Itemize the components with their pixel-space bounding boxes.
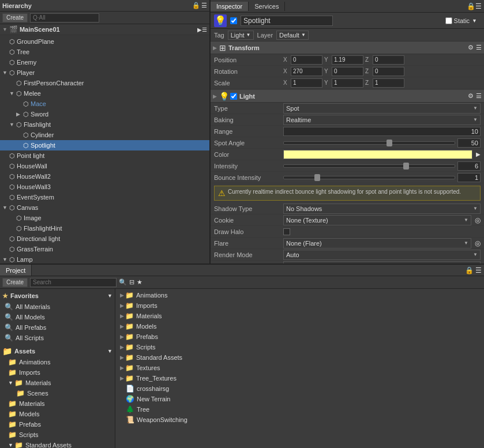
- hierarchy-item-9[interactable]: ⬡Cylinder: [0, 130, 209, 140]
- cookie-dropdown[interactable]: None (Texture) ▼: [283, 215, 471, 225]
- hierarchy-item-8[interactable]: ▼⬡Flashlight: [0, 119, 209, 130]
- spot-angle-track[interactable]: [283, 141, 455, 145]
- hierarchy-create-button[interactable]: Create: [2, 13, 28, 22]
- project-menu-icon[interactable]: ☰: [475, 266, 482, 274]
- draw-halo-checkbox[interactable]: [283, 228, 290, 235]
- rotation-y-input[interactable]: [332, 67, 363, 76]
- scale-z-input[interactable]: [373, 78, 404, 88]
- asset-right-item-11[interactable]: 🌲Tree: [115, 404, 484, 415]
- transform-section-header[interactable]: ▶ ⊞ Transform ⚙ ☰: [211, 42, 484, 54]
- asset-right-item-0[interactable]: ▶📁Animations: [115, 290, 484, 300]
- static-checkbox[interactable]: [445, 17, 452, 24]
- transform-overflow-icon[interactable]: ☰: [476, 44, 482, 51]
- flare-dropdown[interactable]: None (Flare) ▼: [283, 238, 471, 249]
- transform-menu-icon[interactable]: ⚙: [468, 44, 474, 51]
- hierarchy-search-input[interactable]: [30, 13, 99, 22]
- hierarchy-item-12[interactable]: ⬡HouseWall: [0, 161, 209, 171]
- static-dropdown-arrow[interactable]: ▼: [472, 18, 477, 24]
- hierarchy-item-17[interactable]: ⬡Image: [0, 213, 209, 223]
- hierarchy-item-0[interactable]: ⬡GroundPlane: [0, 36, 209, 47]
- assets-scripts-left[interactable]: 📁 Scripts: [0, 430, 115, 440]
- assets-imports-left[interactable]: 📁 Imports: [0, 367, 115, 378]
- spot-angle-thumb[interactable]: [387, 140, 392, 146]
- scale-y-input[interactable]: [332, 78, 363, 88]
- position-z-input[interactable]: [373, 55, 404, 65]
- shadow-type-dropdown[interactable]: No Shadows ▼: [283, 204, 481, 214]
- project-search-input[interactable]: [30, 278, 117, 287]
- hierarchy-item-11[interactable]: ⬡Point light: [0, 150, 209, 161]
- asset-right-item-12[interactable]: 📜WeaponSwitching: [115, 415, 484, 425]
- project-lock-icon[interactable]: 🔒: [465, 266, 474, 274]
- bounce-thumb[interactable]: [314, 174, 320, 181]
- fav-all-scripts[interactable]: 🔍 All Scripts: [0, 333, 115, 343]
- hierarchy-item-1[interactable]: ⬡Tree: [0, 47, 209, 57]
- asset-right-item-1[interactable]: ▶📁Imports: [115, 300, 484, 311]
- hierarchy-item-3[interactable]: ▼⬡Player: [0, 67, 209, 78]
- hierarchy-item-15[interactable]: ⬡EventSystem: [0, 192, 209, 202]
- object-enabled-checkbox[interactable]: [230, 17, 237, 24]
- asset-right-item-8[interactable]: ▶📁Tree_Textures: [115, 373, 484, 383]
- light-type-dropdown[interactable]: Spot ▼: [283, 103, 481, 114]
- color-picker-expand[interactable]: ▶: [476, 151, 481, 157]
- hierarchy-item-4[interactable]: ⬡FirstPersonCharacter: [0, 78, 209, 88]
- hierarchy-menu-icon[interactable]: ☰: [201, 2, 207, 9]
- assets-models-left[interactable]: 📁 Models: [0, 409, 115, 419]
- assets-materials2-left[interactable]: 📁 Materials: [0, 398, 115, 409]
- asset-right-item-3[interactable]: ▶📁Models: [115, 321, 484, 332]
- intensity-input[interactable]: [457, 161, 481, 171]
- asset-right-item-7[interactable]: ▶📁Textures: [115, 363, 484, 373]
- bounce-track[interactable]: [283, 176, 455, 179]
- rotation-x-input[interactable]: [291, 67, 322, 76]
- asset-right-item-10[interactable]: 🌍New Terrain: [115, 394, 484, 404]
- layer-dropdown[interactable]: Default ▼: [276, 31, 309, 40]
- light-overflow-icon[interactable]: ☰: [476, 92, 482, 100]
- render-mode-dropdown[interactable]: Auto ▼: [283, 250, 481, 260]
- scale-x-input[interactable]: [291, 78, 322, 88]
- tab-services[interactable]: Services: [249, 2, 285, 11]
- hierarchy-item-6[interactable]: ⬡Mace: [0, 99, 209, 109]
- flare-browse-icon[interactable]: ◎: [475, 239, 481, 247]
- hierarchy-item-10[interactable]: ⬡Spotlight: [0, 140, 209, 150]
- fav-all-prefabs[interactable]: 🔍 All Prefabs: [0, 322, 115, 333]
- cookie-browse-icon[interactable]: ◎: [475, 216, 481, 224]
- hierarchy-item-7[interactable]: ▶⬡Sword: [0, 109, 209, 119]
- scene-collapse-arrow[interactable]: ▼: [2, 27, 7, 32]
- assets-scenes-left[interactable]: 📁 Scenes: [0, 388, 115, 398]
- rotation-z-input[interactable]: [373, 67, 404, 76]
- hierarchy-item-2[interactable]: ⬡Enemy: [0, 57, 209, 67]
- project-create-button[interactable]: Create: [2, 278, 28, 287]
- light-enabled-checkbox[interactable]: [230, 93, 237, 100]
- asset-right-item-5[interactable]: ▶📁Scripts: [115, 342, 484, 352]
- inspector-menu-icon[interactable]: ☰: [475, 2, 482, 10]
- inspector-lock-icon[interactable]: 🔒: [467, 2, 475, 10]
- fav-all-materials[interactable]: 🔍 All Materials: [0, 302, 115, 312]
- asset-right-item-9[interactable]: 📄crosshairsg: [115, 383, 484, 394]
- hierarchy-item-14[interactable]: ⬡HouseWall3: [0, 182, 209, 192]
- hierarchy-lock-icon[interactable]: 🔒: [192, 2, 200, 9]
- object-name-input[interactable]: [241, 16, 333, 26]
- color-picker[interactable]: [283, 150, 472, 159]
- favorites-header[interactable]: ★ Favorites ▼: [0, 290, 115, 302]
- tag-dropdown[interactable]: Light ▼: [228, 31, 254, 40]
- assets-animations-left[interactable]: 📁 Animations: [0, 357, 115, 367]
- asset-right-item-6[interactable]: ▶📁Standard Assets: [115, 352, 484, 363]
- hierarchy-item-13[interactable]: ⬡HouseWall2: [0, 171, 209, 182]
- fav-all-models[interactable]: 🔍 All Models: [0, 312, 115, 322]
- tab-project[interactable]: Project: [0, 265, 32, 276]
- project-filter-icon[interactable]: ⊟: [129, 278, 134, 286]
- intensity-track[interactable]: [283, 164, 455, 168]
- asset-right-item-2[interactable]: ▶📁Materials: [115, 311, 484, 321]
- asset-right-item-4[interactable]: ▶📁Prefabs: [115, 332, 484, 342]
- hierarchy-item-5[interactable]: ▼⬡Melee: [0, 88, 209, 99]
- hierarchy-item-16[interactable]: ▼⬡Canvas: [0, 202, 209, 213]
- assets-left-header[interactable]: 📁 Assets ▼: [0, 345, 115, 357]
- assets-standard-left[interactable]: ▼ 📁 Standard Assets: [0, 440, 115, 448]
- hierarchy-item-18[interactable]: ⬡FlashlightHint: [0, 223, 209, 234]
- hierarchy-item-20[interactable]: ⬡GrassTerrain: [0, 244, 209, 254]
- assets-prefabs-left[interactable]: 📁 Prefabs: [0, 419, 115, 430]
- hierarchy-item-19[interactable]: ⬡Directional light: [0, 234, 209, 244]
- baking-dropdown[interactable]: Realtime ▼: [283, 115, 481, 125]
- intensity-thumb[interactable]: [403, 163, 409, 170]
- project-star-icon[interactable]: ★: [137, 278, 142, 286]
- assets-materials-left[interactable]: ▼ 📁 Materials: [0, 378, 115, 388]
